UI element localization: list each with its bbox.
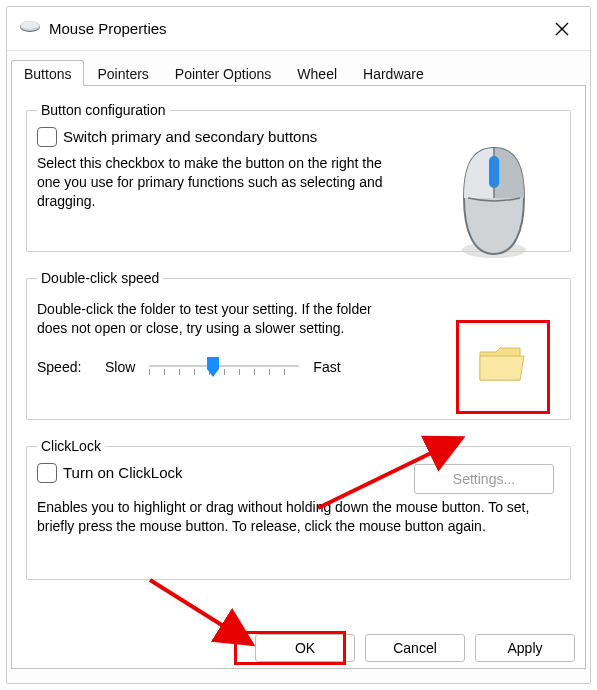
apply-label: Apply	[507, 640, 542, 656]
tab-body-buttons: Button configuration Switch primary and …	[11, 85, 586, 669]
svg-line-7	[150, 580, 252, 644]
slider-ticks	[149, 369, 299, 375]
mouse-properties-dialog: Mouse Properties Buttons Pointers Pointe…	[6, 6, 591, 684]
highlight-folder	[456, 320, 550, 414]
slider-thumb[interactable]	[205, 357, 221, 375]
cancel-button[interactable]: Cancel	[365, 634, 465, 662]
apply-button[interactable]: Apply	[475, 634, 575, 662]
clicklock-label: Turn on ClickLock	[63, 462, 183, 484]
ok-label: OK	[295, 640, 315, 656]
tab-wheel[interactable]: Wheel	[284, 60, 350, 86]
tabstrip: Buttons Pointers Pointer Options Wheel H…	[11, 55, 586, 85]
switch-buttons-checkbox[interactable]	[37, 127, 57, 147]
speed-label: Speed:	[37, 359, 97, 375]
legend-dclick: Double-click speed	[37, 270, 163, 286]
clicklock-desc: Enables you to highlight or drag without…	[37, 498, 557, 536]
button-config-desc: Select this checkbox to make the button …	[37, 154, 397, 211]
mouse-icon	[19, 19, 41, 38]
window-title: Mouse Properties	[49, 20, 167, 37]
speed-slow-label: Slow	[105, 359, 135, 375]
titlebar: Mouse Properties	[7, 7, 590, 51]
close-button[interactable]	[544, 11, 580, 47]
tab-pointer-options[interactable]: Pointer Options	[162, 60, 285, 86]
cancel-label: Cancel	[393, 640, 437, 656]
tab-hardware[interactable]: Hardware	[350, 60, 437, 86]
ok-button[interactable]: OK	[255, 634, 355, 662]
tab-buttons[interactable]: Buttons	[11, 60, 84, 86]
group-button-configuration: Button configuration Switch primary and …	[26, 102, 571, 252]
speed-slider[interactable]	[149, 356, 299, 378]
slider-track	[149, 365, 299, 367]
group-clicklock: ClickLock Turn on ClickLock Settings... …	[26, 438, 571, 580]
dialog-button-row: OK Cancel Apply	[255, 634, 575, 662]
tab-pointers[interactable]: Pointers	[84, 60, 161, 86]
clicklock-checkbox[interactable]	[37, 463, 57, 483]
legend-button-config: Button configuration	[37, 102, 170, 118]
switch-buttons-label: Switch primary and secondary buttons	[63, 126, 317, 148]
clicklock-settings-label: Settings...	[453, 471, 515, 487]
close-icon	[555, 22, 569, 36]
svg-point-2	[22, 22, 39, 29]
clicklock-settings-button: Settings...	[414, 464, 554, 494]
speed-fast-label: Fast	[313, 359, 340, 375]
mouse-illustration	[446, 142, 542, 262]
dclick-desc: Double-click the folder to test your set…	[37, 300, 397, 338]
legend-clicklock: ClickLock	[37, 438, 105, 454]
group-double-click-speed: Double-click speed Double-click the fold…	[26, 270, 571, 420]
